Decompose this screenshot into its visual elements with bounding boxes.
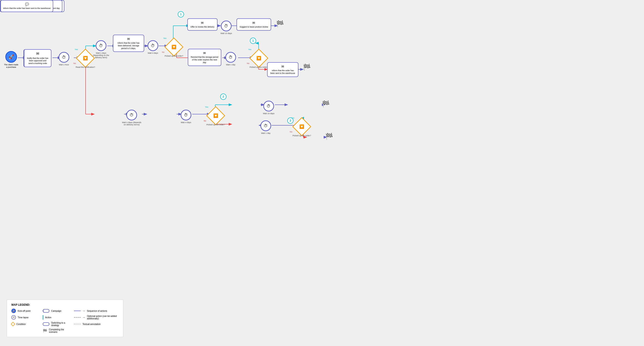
waitndays2-node[interactable]: ⏱ Wait n days (depends on delivery terms… (126, 110, 137, 120)
badge2-bot: 2 (287, 117, 294, 124)
waitndays2-label: Wait n days (depends on delivery terms) (122, 121, 142, 126)
filter1-yes: Yes (75, 48, 78, 51)
filter3-node[interactable]: 🔽 Picked up the order? Yes No (252, 52, 266, 65)
wait4days2-node[interactable]: ⏱ Wait 4 days (180, 110, 191, 120)
workflow-canvas: 🚀 The client made a purchase ✉ Notify th… (0, 0, 644, 346)
suggest-review-label: Suggest to leave product review (240, 26, 268, 29)
filter3-label: Picked up the order? (250, 66, 268, 68)
offer-review-top-label: Offer to review the delivery (190, 26, 214, 29)
legend-condition-label: Condition (16, 323, 26, 325)
filter4-no: No (204, 120, 206, 122)
legend-sequence-label: Sequence of actions (87, 310, 107, 312)
wait1day1-node[interactable]: ⏱ Wait 1 day (225, 52, 236, 63)
wait1h-label: Wait 1 hour (59, 64, 69, 66)
map-legend: MAP LEGEND: 🚀 Kick-off point Campaign → … (7, 299, 124, 337)
legend-optional-label: Optional action (can be added additional… (87, 315, 119, 320)
badge1-top: 1 (178, 11, 184, 18)
legend-strategy-label: Switching to a strategy (51, 322, 70, 326)
filter2-label: Picked up the order? (164, 55, 183, 57)
filter5-label: Picked up the order? (292, 134, 311, 137)
inform-warehouse1-node[interactable]: ✉ Inform that the order has been sent to… (267, 62, 298, 77)
legend-completing: 🏁 Completing the scenario (43, 328, 70, 333)
waitndays1-label: Wait n days (depending on the delivery t… (91, 52, 111, 59)
legend-completing-label: Completing the scenario (49, 328, 70, 333)
filter1-node[interactable]: 🔽 Read the notification? Yes No (79, 52, 92, 65)
wait1day2-node[interactable]: ⏱ Wait 1 day (260, 120, 271, 131)
filter1-label: Read the notification? (76, 66, 95, 68)
wait10days2-label: Wait 10 days (263, 112, 274, 115)
legend-campaign-label: Campaign (51, 310, 62, 312)
wait1day2-label: Wait 1 day (261, 132, 270, 134)
wait4days1-node[interactable]: ⏱ Wait 4 days (148, 40, 158, 51)
filter4-node[interactable]: 🔽 Picked up the order? Yes No (209, 109, 222, 122)
filter2-no: No (162, 51, 164, 53)
legend-empty (12, 328, 38, 333)
legend-timelapse: ⏱ Time lapse (12, 315, 38, 320)
legend-title: MAP LEGEND: (12, 303, 119, 306)
legend-action-label: Action (45, 316, 52, 319)
legend-textual-label: Textual annotation (82, 323, 100, 325)
filter1-no: No (73, 62, 76, 64)
filter3-yes: Yes (248, 48, 252, 51)
wait4days2-label: Wait 4 days (181, 121, 191, 123)
inform-delivered1-node[interactable]: ✉ Inform that the order has been deliver… (113, 35, 144, 52)
legend-campaign: Campaign (43, 309, 70, 313)
filter2-node[interactable]: 🔽 Picked up the order? Yes No (167, 40, 180, 54)
legend-sequence: → Sequence of actions (74, 309, 119, 313)
filter4-yes: Yes (205, 106, 208, 108)
wait10days1-label: Wait 10 days (220, 32, 232, 35)
notify1-node[interactable]: ✉ Notify that the order has been approve… (24, 49, 52, 67)
remind1-label: Remind that the storage period of the or… (190, 56, 218, 64)
legend-condition: Condition (12, 322, 38, 326)
filter2-yes: Yes (163, 37, 166, 39)
flag2-node: 🏁 (303, 64, 311, 71)
wait1day1-label: Wait 1 day (226, 64, 236, 66)
legend-kickoff-label: Kick-off point (18, 310, 30, 312)
inform-warehouse2-node[interactable]: 💬 Inform that the order has been sent to… (0, 0, 53, 12)
wait4days1-label: Wait 4 days (148, 52, 158, 54)
inform-warehouse2-label: Inform that the order has been sent to t… (3, 7, 50, 10)
badge2-top: 2 (220, 94, 226, 100)
legend-grid: 🚀 Kick-off point Campaign → Sequence of … (12, 309, 119, 333)
legend-strategy: Switching to a strategy (43, 322, 70, 326)
filter5-node[interactable]: 🔽 Picked up the order? Yes No (295, 120, 308, 133)
legend-textual: Textual annotation (74, 322, 119, 326)
flag4-node: 🏁 (325, 133, 333, 140)
wait10days2-node[interactable]: ⏱ Wait 10 days (263, 101, 274, 111)
inform-warehouse1-label: Inform that the order has been sent to t… (270, 69, 296, 75)
suggest-review-node[interactable]: ✉ Suggest to leave product review (236, 18, 271, 31)
kickoff-label: The client made a purchase (3, 64, 19, 69)
legend-timelapse-label: Time lapse (18, 316, 28, 319)
filter4-label: Picked up the order? (206, 123, 225, 126)
legend-kickoff: 🚀 Kick-off point (12, 309, 38, 313)
wait10days1-node[interactable]: ⏱ Wait 10 days (221, 21, 232, 31)
wait1h-node[interactable]: ⏱ Wait 1 hour (58, 52, 69, 63)
offer-review-top-node[interactable]: ✉ Offer to review the delivery (187, 18, 218, 31)
kickoff-node[interactable]: 🚀 The client made a purchase (3, 51, 19, 69)
legend-optional: → Optional action (can be added addition… (74, 315, 119, 320)
inform-delivered1-label: Inform that the order has been delivered… (116, 42, 142, 50)
remind1-node[interactable]: ✉ Remind that the storage period of the … (188, 49, 221, 66)
filter5-no: No (290, 131, 292, 133)
filter3-no: No (247, 62, 250, 64)
flag3-node: 🏁 (322, 100, 330, 108)
flag1-node: 🏁 (276, 20, 284, 28)
legend-action: Action (43, 315, 70, 320)
badge1-mid: 1 (250, 38, 256, 44)
notify1-label: Notify that the order has been approved … (26, 57, 49, 65)
waitndays1-node[interactable]: ⏱ Wait n days (depending on the delivery… (96, 40, 106, 51)
